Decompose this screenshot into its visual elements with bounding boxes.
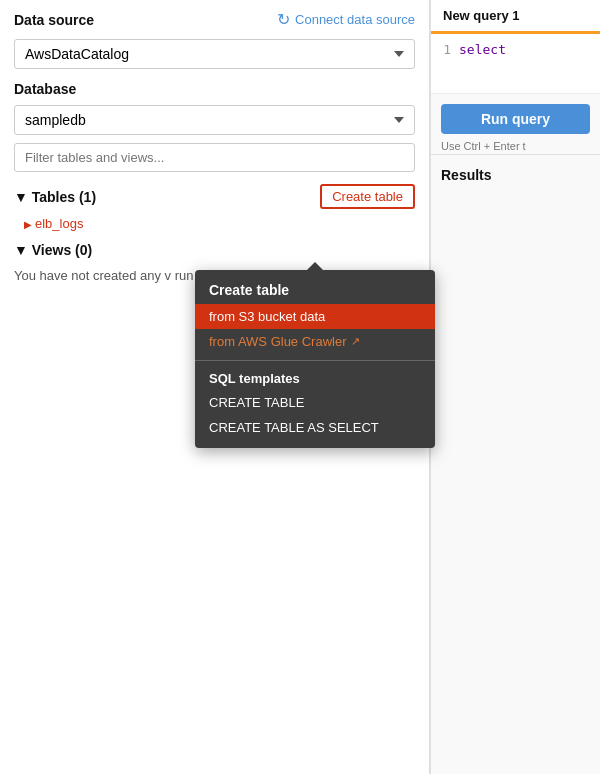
query-tab-label: New query 1	[443, 8, 520, 23]
run-query-hint: Use Ctrl + Enter t	[431, 138, 600, 154]
menu-item-create-table[interactable]: CREATE TABLE	[195, 390, 435, 415]
filter-tables-input[interactable]	[14, 143, 415, 172]
tables-header: ▼ Tables (1) Create table	[0, 180, 429, 213]
refresh-icon[interactable]: ↻	[277, 10, 290, 29]
run-query-button[interactable]: Run query	[441, 104, 590, 134]
menu-item-glue[interactable]: from AWS Glue Crawler ↗	[195, 329, 435, 354]
data-source-label: Data source	[14, 12, 94, 28]
sql-templates-title: SQL templates	[195, 367, 435, 390]
create-table-button[interactable]: Create table	[320, 184, 415, 209]
database-dropdown-row: sampledb	[0, 101, 429, 139]
connect-link-area: ↻ Connect data source	[277, 10, 415, 29]
left-panel: Data source ↻ Connect data source AwsDat…	[0, 0, 430, 774]
menu-divider	[195, 360, 435, 361]
query-tab[interactable]: New query 1	[431, 0, 600, 34]
top-bar: Data source ↻ Connect data source	[0, 0, 429, 35]
code-editor-area[interactable]: 1 select	[431, 34, 600, 94]
views-title: ▼ Views (0)	[14, 242, 92, 258]
database-dropdown[interactable]: sampledb	[14, 105, 415, 135]
line-number: 1	[437, 42, 451, 85]
menu-section-title: Create table	[195, 282, 435, 304]
database-label: Database	[0, 73, 429, 101]
data-source-dropdown-row: AwsDataCatalog	[0, 35, 429, 73]
table-item-elb-logs[interactable]: ▶elb_logs	[0, 213, 429, 234]
right-panel: New query 1 1 select Run query Use Ctrl …	[430, 0, 600, 774]
views-header: ▼ Views (0)	[0, 234, 429, 262]
tables-title: ▼ Tables (1)	[14, 189, 96, 205]
connect-data-source-link[interactable]: Connect data source	[295, 12, 415, 27]
tables-list: ▶elb_logs	[0, 213, 429, 234]
menu-item-create-table-as-select[interactable]: CREATE TABLE AS SELECT	[195, 415, 435, 440]
menu-item-s3[interactable]: from S3 bucket data	[195, 304, 435, 329]
external-link-icon: ↗	[351, 335, 360, 348]
create-table-dropdown-menu: Create table from S3 bucket data from AW…	[195, 270, 435, 448]
code-text: select	[459, 42, 506, 85]
triangle-bullet-icon: ▶	[24, 219, 32, 230]
results-label: Results	[431, 154, 600, 189]
data-source-dropdown[interactable]: AwsDataCatalog	[14, 39, 415, 69]
